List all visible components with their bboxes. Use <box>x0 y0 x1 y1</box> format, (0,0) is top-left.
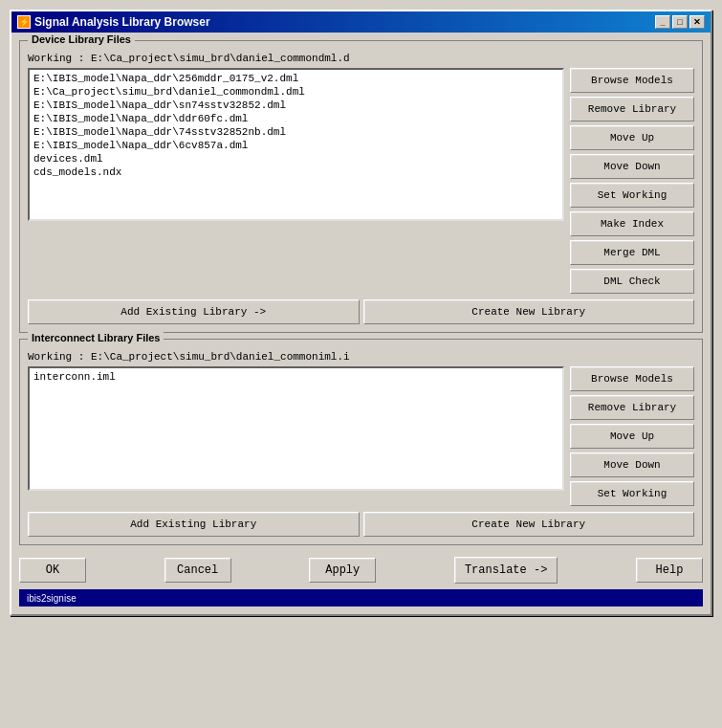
device-library-list[interactable]: E:\IBIS_model\Napa_ddr\256mddr_0175_v2.d… <box>28 68 564 221</box>
list-item[interactable]: E:\IBIS_model\Napa_ddr\ddr60fc.dml <box>33 112 558 125</box>
minimize-button[interactable]: _ <box>655 15 670 29</box>
device-move-down-button[interactable]: Move Down <box>570 154 694 179</box>
window-title: Signal Analysis Library Browser <box>34 15 210 29</box>
interconnect-create-new-button[interactable]: Create New Library <box>363 512 695 537</box>
interconnect-library-list[interactable]: interconn.iml <box>28 366 564 491</box>
interconnect-move-down-button[interactable]: Move Down <box>570 452 694 477</box>
list-item[interactable]: E:\IBIS_model\Napa_ddr\256mddr_0175_v2.d… <box>33 72 558 85</box>
device-browse-models-button[interactable]: Browse Models <box>570 68 694 93</box>
title-bar-buttons: _ □ ✕ <box>655 15 705 29</box>
list-item[interactable]: interconn.iml <box>33 370 558 384</box>
device-move-up-button[interactable]: Move Up <box>570 125 694 150</box>
help-button[interactable]: Help <box>636 558 703 583</box>
title-bar-left: ⚡ Signal Analysis Library Browser <box>17 15 210 29</box>
device-bottom-btn-row: Add Existing Library -> Create New Libra… <box>28 299 694 324</box>
cancel-button[interactable]: Cancel <box>164 558 231 583</box>
device-dml-check-button[interactable]: DML Check <box>570 269 694 294</box>
apply-button[interactable]: Apply <box>309 558 376 583</box>
device-working-label: Working : E:\Ca_project\simu_brd\daniel_… <box>28 53 694 64</box>
app-icon: ⚡ <box>17 15 31 29</box>
list-item[interactable]: E:\IBIS_model\Napa_ddr\74sstv32852nb.dml <box>33 125 558 139</box>
list-item[interactable]: E:\Ca_project\simu_brd\daniel_commondml.… <box>33 85 558 99</box>
device-btn-column: Browse Models Remove Library Move Up Mov… <box>570 68 694 294</box>
interconnect-set-working-button[interactable]: Set Working <box>570 481 694 506</box>
device-remove-library-button[interactable]: Remove Library <box>570 97 694 121</box>
interconnect-library-group: Interconnect Library Files Working : E:\… <box>19 339 703 545</box>
taskbar-hint: ibis2signise <box>19 589 703 607</box>
close-button[interactable]: ✕ <box>689 15 705 29</box>
list-item[interactable]: E:\IBIS_model\Napa_ddr\6cv857a.dml <box>33 139 558 152</box>
interconnect-btn-column: Browse Models Remove Library Move Up Mov… <box>570 366 694 506</box>
interconnect-bottom-btn-row: Add Existing Library Create New Library <box>28 512 694 537</box>
device-group-content: E:\IBIS_model\Napa_ddr\256mddr_0175_v2.d… <box>28 68 694 294</box>
list-item[interactable]: cds_models.ndx <box>33 165 558 179</box>
footer-row: OK Cancel Apply Translate -> Help <box>19 553 703 587</box>
interconnect-move-up-button[interactable]: Move Up <box>570 424 694 449</box>
interconnect-working-label: Working : E:\Ca_project\simu_brd\daniel_… <box>28 351 694 363</box>
list-item[interactable]: devices.dml <box>33 152 558 165</box>
window-body: Device Library Files Working : E:\Ca_pro… <box>11 33 711 614</box>
title-bar: ⚡ Signal Analysis Library Browser _ □ ✕ <box>11 11 711 33</box>
interconnect-group-content: interconn.iml Browse Models Remove Libra… <box>28 366 694 506</box>
device-add-existing-button[interactable]: Add Existing Library -> <box>28 299 360 324</box>
translate-button[interactable]: Translate -> <box>454 557 558 584</box>
device-make-index-button[interactable]: Make Index <box>570 211 694 236</box>
device-create-new-button[interactable]: Create New Library <box>363 299 695 324</box>
interconnect-add-existing-button[interactable]: Add Existing Library <box>28 512 360 537</box>
device-library-group: Device Library Files Working : E:\Ca_pro… <box>19 40 703 333</box>
interconnect-remove-library-button[interactable]: Remove Library <box>570 395 694 420</box>
device-set-working-button[interactable]: Set Working <box>570 183 694 208</box>
main-window: ⚡ Signal Analysis Library Browser _ □ ✕ … <box>10 10 712 616</box>
maximize-button[interactable]: □ <box>672 15 688 29</box>
device-group-title: Device Library Files <box>28 33 135 45</box>
interconnect-group-title: Interconnect Library Files <box>28 332 164 343</box>
list-item[interactable]: E:\IBIS_model\Napa_ddr\sn74sstv32852.dml <box>33 99 558 112</box>
device-merge-dml-button[interactable]: Merge DML <box>570 240 694 265</box>
interconnect-browse-models-button[interactable]: Browse Models <box>570 366 694 391</box>
ok-button[interactable]: OK <box>19 558 86 583</box>
